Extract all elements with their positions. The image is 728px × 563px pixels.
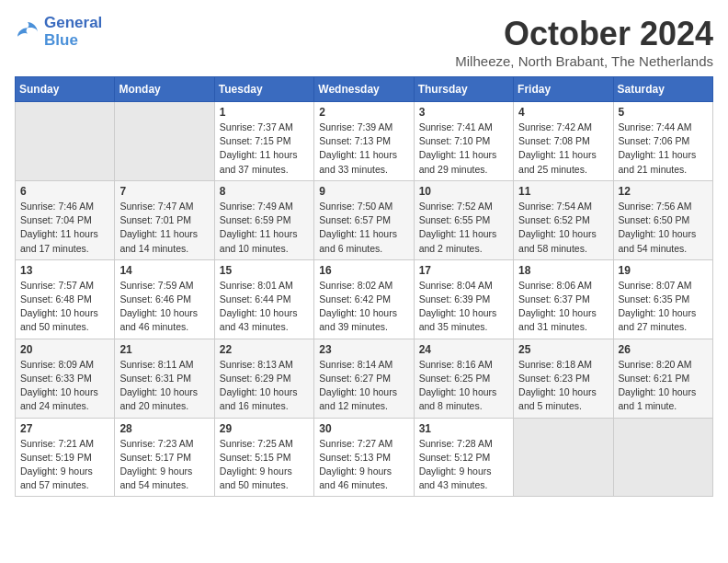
day-info: Sunrise: 7:47 AM Sunset: 7:01 PM Dayligh…	[119, 200, 209, 256]
day-number: 31	[419, 422, 508, 435]
calendar-cell: 20Sunrise: 8:09 AM Sunset: 6:33 PM Dayli…	[16, 339, 115, 418]
day-info: Sunrise: 7:27 AM Sunset: 5:13 PM Dayligh…	[319, 437, 408, 493]
day-number: 25	[518, 343, 608, 356]
day-info: Sunrise: 8:13 AM Sunset: 6:29 PM Dayligh…	[220, 358, 309, 414]
calendar-cell: 31Sunrise: 7:28 AM Sunset: 5:12 PM Dayli…	[414, 418, 513, 497]
calendar-cell: 18Sunrise: 8:06 AM Sunset: 6:37 PM Dayli…	[514, 259, 613, 339]
calendar-cell: 21Sunrise: 8:11 AM Sunset: 6:31 PM Dayli…	[115, 339, 214, 418]
calendar-cell: 1Sunrise: 7:37 AM Sunset: 7:15 PM Daylig…	[214, 102, 313, 181]
calendar-table: SundayMondayTuesdayWednesdayThursdayFrid…	[15, 76, 713, 497]
calendar-cell: 26Sunrise: 8:20 AM Sunset: 6:21 PM Dayli…	[613, 339, 712, 418]
weekday-header-thursday: Thursday	[414, 77, 513, 102]
calendar-cell: 6Sunrise: 7:46 AM Sunset: 7:04 PM Daylig…	[16, 180, 115, 259]
calendar-cell: 22Sunrise: 8:13 AM Sunset: 6:29 PM Dayli…	[214, 339, 313, 418]
weekday-header-sunday: Sunday	[16, 77, 115, 102]
day-info: Sunrise: 8:02 AM Sunset: 6:42 PM Dayligh…	[319, 279, 408, 335]
day-number: 1	[220, 106, 309, 119]
calendar-cell: 23Sunrise: 8:14 AM Sunset: 6:27 PM Dayli…	[314, 339, 414, 418]
calendar-week-4: 20Sunrise: 8:09 AM Sunset: 6:33 PM Dayli…	[16, 339, 713, 418]
weekday-header-row: SundayMondayTuesdayWednesdayThursdayFrid…	[16, 77, 713, 102]
calendar-cell: 19Sunrise: 8:07 AM Sunset: 6:35 PM Dayli…	[613, 259, 712, 339]
day-number: 22	[220, 343, 309, 356]
calendar-week-5: 27Sunrise: 7:21 AM Sunset: 5:19 PM Dayli…	[16, 418, 713, 497]
calendar-cell: 3Sunrise: 7:41 AM Sunset: 7:10 PM Daylig…	[414, 102, 513, 181]
location-subtitle: Milheeze, North Brabant, The Netherlands	[455, 53, 713, 69]
weekday-header-tuesday: Tuesday	[214, 77, 313, 102]
calendar-cell: 2Sunrise: 7:39 AM Sunset: 7:13 PM Daylig…	[314, 102, 414, 181]
day-number: 23	[319, 343, 408, 356]
day-info: Sunrise: 8:20 AM Sunset: 6:21 PM Dayligh…	[619, 358, 708, 414]
day-info: Sunrise: 7:46 AM Sunset: 7:04 PM Dayligh…	[20, 200, 109, 256]
day-number: 17	[419, 264, 508, 277]
logo-icon	[15, 19, 40, 45]
weekday-header-saturday: Saturday	[613, 77, 712, 102]
day-info: Sunrise: 8:18 AM Sunset: 6:23 PM Dayligh…	[518, 358, 608, 414]
calendar-cell: 11Sunrise: 7:54 AM Sunset: 6:52 PM Dayli…	[514, 180, 613, 259]
day-number: 19	[619, 264, 708, 277]
day-info: Sunrise: 8:07 AM Sunset: 6:35 PM Dayligh…	[619, 279, 708, 335]
day-info: Sunrise: 7:23 AM Sunset: 5:17 PM Dayligh…	[119, 437, 209, 493]
day-number: 20	[20, 343, 109, 356]
day-info: Sunrise: 7:25 AM Sunset: 5:15 PM Dayligh…	[220, 437, 309, 493]
calendar-cell: 4Sunrise: 7:42 AM Sunset: 7:08 PM Daylig…	[514, 102, 613, 181]
day-info: Sunrise: 7:42 AM Sunset: 7:08 PM Dayligh…	[518, 121, 608, 177]
calendar-cell: 15Sunrise: 8:01 AM Sunset: 6:44 PM Dayli…	[214, 259, 313, 339]
calendar-cell: 27Sunrise: 7:21 AM Sunset: 5:19 PM Dayli…	[16, 418, 115, 497]
calendar-cell: 14Sunrise: 7:59 AM Sunset: 6:46 PM Dayli…	[115, 259, 214, 339]
day-info: Sunrise: 7:44 AM Sunset: 7:06 PM Dayligh…	[619, 121, 708, 177]
calendar-cell	[16, 102, 115, 181]
day-number: 4	[518, 106, 608, 119]
calendar-week-3: 13Sunrise: 7:57 AM Sunset: 6:48 PM Dayli…	[16, 259, 713, 339]
calendar-cell: 28Sunrise: 7:23 AM Sunset: 5:17 PM Dayli…	[115, 418, 214, 497]
day-number: 27	[20, 422, 109, 435]
day-info: Sunrise: 8:04 AM Sunset: 6:39 PM Dayligh…	[419, 279, 508, 335]
day-number: 15	[220, 264, 309, 277]
day-number: 3	[419, 106, 508, 119]
day-number: 5	[619, 106, 708, 119]
calendar-cell	[514, 418, 613, 497]
calendar-cell	[115, 102, 214, 181]
day-number: 26	[619, 343, 708, 356]
day-info: Sunrise: 8:09 AM Sunset: 6:33 PM Dayligh…	[20, 358, 109, 414]
calendar-cell: 12Sunrise: 7:56 AM Sunset: 6:50 PM Dayli…	[613, 180, 712, 259]
day-number: 18	[518, 264, 608, 277]
day-info: Sunrise: 7:59 AM Sunset: 6:46 PM Dayligh…	[119, 279, 209, 335]
day-number: 16	[319, 264, 408, 277]
day-info: Sunrise: 7:56 AM Sunset: 6:50 PM Dayligh…	[619, 200, 708, 256]
weekday-header-wednesday: Wednesday	[314, 77, 414, 102]
day-info: Sunrise: 7:52 AM Sunset: 6:55 PM Dayligh…	[419, 200, 508, 256]
day-number: 12	[619, 185, 708, 198]
day-info: Sunrise: 7:57 AM Sunset: 6:48 PM Dayligh…	[20, 279, 109, 335]
calendar-cell: 8Sunrise: 7:49 AM Sunset: 6:59 PM Daylig…	[214, 180, 313, 259]
day-info: Sunrise: 8:06 AM Sunset: 6:37 PM Dayligh…	[518, 279, 608, 335]
day-number: 2	[319, 106, 408, 119]
day-info: Sunrise: 7:37 AM Sunset: 7:15 PM Dayligh…	[220, 121, 309, 177]
day-number: 29	[220, 422, 309, 435]
logo-text: General Blue	[44, 15, 102, 49]
calendar-cell: 13Sunrise: 7:57 AM Sunset: 6:48 PM Dayli…	[16, 259, 115, 339]
day-number: 14	[119, 264, 209, 277]
calendar-cell: 29Sunrise: 7:25 AM Sunset: 5:15 PM Dayli…	[214, 418, 313, 497]
day-info: Sunrise: 7:28 AM Sunset: 5:12 PM Dayligh…	[419, 437, 508, 493]
day-info: Sunrise: 8:14 AM Sunset: 6:27 PM Dayligh…	[319, 358, 408, 414]
day-number: 24	[419, 343, 508, 356]
calendar-cell: 24Sunrise: 8:16 AM Sunset: 6:25 PM Dayli…	[414, 339, 513, 418]
day-number: 13	[20, 264, 109, 277]
logo: General Blue	[15, 15, 102, 49]
day-number: 7	[119, 185, 209, 198]
calendar-cell	[613, 418, 712, 497]
month-title: October 2024	[455, 15, 713, 53]
day-info: Sunrise: 8:16 AM Sunset: 6:25 PM Dayligh…	[419, 358, 508, 414]
calendar-cell: 10Sunrise: 7:52 AM Sunset: 6:55 PM Dayli…	[414, 180, 513, 259]
day-info: Sunrise: 8:11 AM Sunset: 6:31 PM Dayligh…	[119, 358, 209, 414]
calendar-cell: 7Sunrise: 7:47 AM Sunset: 7:01 PM Daylig…	[115, 180, 214, 259]
day-number: 21	[119, 343, 209, 356]
weekday-header-friday: Friday	[514, 77, 613, 102]
day-number: 8	[220, 185, 309, 198]
day-number: 28	[119, 422, 209, 435]
calendar-cell: 16Sunrise: 8:02 AM Sunset: 6:42 PM Dayli…	[314, 259, 414, 339]
day-info: Sunrise: 7:50 AM Sunset: 6:57 PM Dayligh…	[319, 200, 408, 256]
day-number: 6	[20, 185, 109, 198]
day-number: 11	[518, 185, 608, 198]
title-block: October 2024 Milheeze, North Brabant, Th…	[455, 15, 713, 69]
